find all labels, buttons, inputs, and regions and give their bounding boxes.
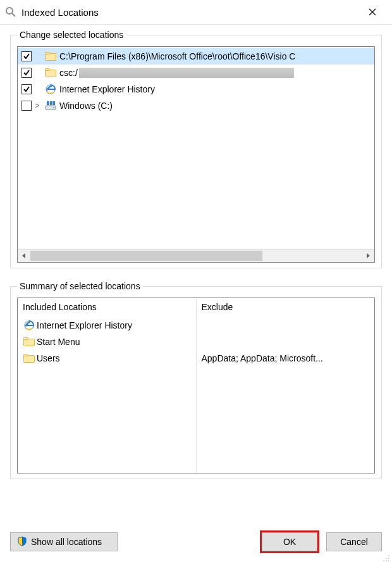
folder-icon: [44, 67, 57, 78]
included-row[interactable]: Start Menu: [23, 334, 191, 350]
folder-icon: [44, 51, 57, 62]
show-all-locations-button[interactable]: Show all locations: [10, 532, 118, 551]
scroll-thumb[interactable]: [30, 251, 262, 261]
folder-icon: [23, 353, 35, 364]
svg-marker-14: [22, 253, 25, 258]
exclude-row[interactable]: [202, 317, 370, 334]
redacted-text: [79, 68, 294, 78]
tree-row[interactable]: Internet Explorer History: [18, 81, 374, 97]
svg-point-21: [388, 555, 389, 556]
svg-rect-5: [46, 53, 50, 54]
drive-icon: [44, 100, 57, 111]
svg-point-13: [53, 107, 54, 108]
exclude-text: AppData; AppData; Microsoft...: [202, 353, 323, 363]
resize-grip-icon[interactable]: [381, 553, 390, 562]
ie-icon: [44, 84, 57, 95]
svg-rect-18: [24, 338, 28, 340]
svg-point-24: [383, 560, 384, 561]
svg-rect-19: [24, 356, 35, 363]
svg-rect-20: [24, 354, 28, 356]
app-icon: [5, 6, 16, 18]
svg-point-23: [388, 558, 389, 559]
locations-tree[interactable]: C:\Program Files (x86)\Microsoft Office\…: [17, 46, 375, 263]
svg-point-25: [386, 560, 387, 561]
scroll-track[interactable]: [30, 251, 362, 261]
svg-rect-7: [46, 69, 50, 71]
svg-rect-10: [47, 101, 49, 105]
show-all-label: Show all locations: [31, 537, 102, 547]
tree-row-label: Internet Explorer History: [58, 84, 155, 94]
included-row[interactable]: Users: [23, 350, 191, 367]
close-icon: [369, 8, 376, 16]
title-bar: Indexed Locations: [0, 0, 392, 25]
included-label: Internet Explorer History: [37, 320, 132, 330]
cancel-button[interactable]: Cancel: [326, 532, 382, 551]
checkbox[interactable]: [21, 84, 32, 94]
included-label: Start Menu: [37, 337, 80, 347]
included-column: Included Locations Internet Explorer His…: [18, 298, 196, 473]
expand-arrow-icon[interactable]: >: [33, 101, 42, 110]
summary-group: Summary of selected locations Included L…: [10, 281, 382, 479]
exclude-row[interactable]: [202, 334, 370, 350]
tree-row[interactable]: C:\Program Files (x86)\Microsoft Office\…: [18, 48, 374, 65]
exclude-row[interactable]: AppData; AppData; Microsoft...: [202, 350, 370, 367]
tree-row[interactable]: csc:/: [18, 65, 374, 81]
change-locations-legend: Change selected locations: [17, 30, 126, 40]
included-row[interactable]: Internet Explorer History: [23, 317, 191, 334]
svg-marker-15: [367, 253, 370, 258]
exclude-column: Exclude AppData; AppData; Microsoft...: [196, 298, 375, 473]
ok-button[interactable]: OK: [262, 532, 317, 551]
included-header: Included Locations: [18, 298, 196, 317]
checkbox[interactable]: [21, 51, 32, 61]
scroll-right-arrow-icon[interactable]: [362, 249, 374, 262]
shield-icon: [17, 536, 27, 548]
svg-point-0: [6, 8, 13, 14]
svg-rect-6: [46, 70, 56, 77]
svg-line-1: [12, 13, 15, 16]
dialog-footer: Show all locations OK Cancel: [0, 523, 392, 564]
indexed-locations-dialog: Indexed Locations Change selected locati…: [0, 0, 392, 564]
horizontal-scrollbar[interactable]: [18, 249, 374, 262]
tree-row-label: Windows (C:): [58, 101, 113, 111]
tree-row-label: csc:/: [58, 68, 78, 78]
window-title: Indexed Locations: [21, 7, 358, 18]
svg-rect-4: [46, 54, 56, 61]
svg-rect-12: [53, 101, 55, 105]
included-label: Users: [37, 353, 60, 363]
close-button[interactable]: [358, 3, 387, 22]
summary-list[interactable]: Included Locations Internet Explorer His…: [17, 298, 375, 473]
change-locations-group: Change selected locations C:\Program Fil…: [10, 30, 382, 268]
tree-row-label: C:\Program Files (x86)\Microsoft Office\…: [58, 51, 295, 61]
ie-icon: [23, 320, 35, 331]
tree-row[interactable]: >Windows (C:): [18, 97, 374, 114]
summary-legend: Summary of selected locations: [17, 281, 143, 291]
exclude-header: Exclude: [197, 298, 375, 317]
checkbox[interactable]: [21, 68, 32, 78]
svg-point-22: [386, 558, 387, 559]
scroll-left-arrow-icon[interactable]: [18, 249, 30, 262]
svg-rect-17: [24, 339, 35, 346]
folder-icon: [23, 336, 35, 348]
checkbox[interactable]: [21, 101, 32, 111]
svg-rect-11: [50, 101, 52, 105]
svg-point-26: [388, 560, 389, 561]
